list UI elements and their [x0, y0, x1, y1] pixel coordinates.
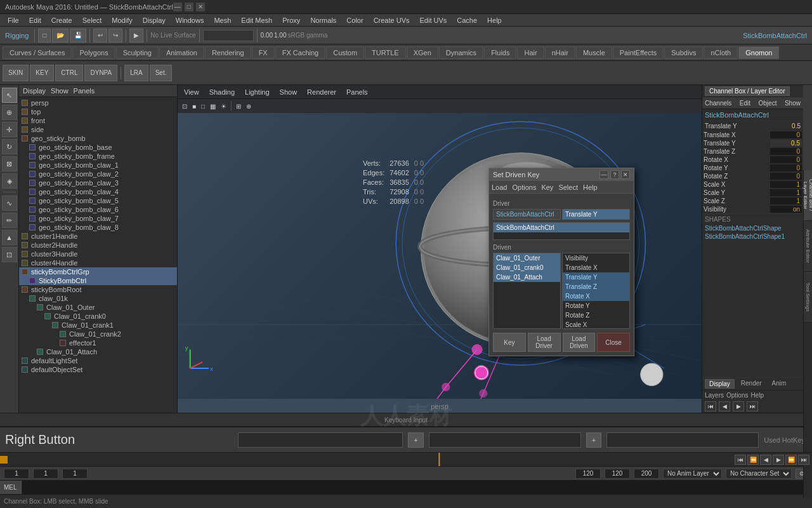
outliner-item[interactable]: Claw_01_Outer — [19, 303, 177, 312]
vp-menu-renderer[interactable]: Renderer — [304, 88, 339, 96]
cb-anim-tab[interactable]: Anim — [768, 379, 790, 389]
tab-fx-caching[interactable]: FX Caching — [275, 46, 325, 59]
cb-display-tab[interactable]: Display — [705, 379, 735, 389]
sdk-attr-translate-y[interactable]: Translate Y — [563, 272, 629, 282]
cb-row[interactable]: Scale Y1 — [702, 189, 803, 197]
sdk-driven-obj-0[interactable]: Claw_01_Outer — [494, 253, 560, 263]
sdk-load-driver-btn[interactable]: Load Driver — [528, 333, 561, 352]
outliner-item[interactable]: geo_sticky_bomb_claw_2 — [19, 170, 177, 178]
sdk-minimize-btn[interactable]: — — [599, 170, 608, 179]
sdk-menu-select[interactable]: Select — [558, 184, 578, 191]
sdk-attr-visibility[interactable]: Visibility — [563, 253, 629, 263]
cb-row[interactable]: Rotate X0 — [702, 156, 803, 164]
cb-menu-channels[interactable]: Channels — [705, 100, 731, 107]
cb-row-value[interactable]: 0 — [770, 164, 802, 171]
tab-turtle[interactable]: TURTLE — [365, 46, 406, 59]
outliner-display[interactable]: Display — [23, 87, 46, 95]
shelf-dynpa[interactable]: DYNPA — [84, 65, 117, 81]
sdk-help-btn[interactable]: ? — [610, 170, 619, 179]
menu-mesh[interactable]: Mesh — [209, 15, 236, 25]
paint-tool-btn[interactable]: ✏ — [2, 213, 17, 228]
sdk-attr-rotate-z[interactable]: Rotate Z — [563, 311, 629, 320]
far-tab-channel-box[interactable]: Channel Box / Layer Editor — [804, 170, 812, 221]
cb-row-value[interactable]: 0 — [770, 156, 802, 163]
vp-camera-btn[interactable]: ⊡ — [180, 102, 189, 110]
vp-grid-btn[interactable]: ⊞ — [234, 102, 243, 110]
outliner-item[interactable]: defaultObjectSet — [19, 365, 177, 374]
outliner-item[interactable]: top — [19, 107, 177, 116]
ch-tab-channel-box[interactable]: Channel Box / Layer Editor — [705, 86, 790, 96]
last-used-tool-btn[interactable]: ◈ — [2, 173, 17, 189]
sdk-driven-objects-list[interactable]: Claw_01_Outer Claw_01_crank0 Claw_01_Att… — [493, 253, 561, 329]
menu-display[interactable]: Display — [138, 15, 171, 25]
tab-fx[interactable]: FX — [252, 46, 275, 59]
outliner-item[interactable]: front — [19, 116, 177, 125]
outliner-item[interactable]: stickyBombCtrlGrp — [19, 267, 177, 276]
shelf-ctrl[interactable]: CTRL — [55, 65, 83, 81]
vp-menu-panels[interactable]: Panels — [344, 88, 370, 96]
shelf-key[interactable]: KEY — [30, 65, 54, 81]
cb-row[interactable]: Rotate Z0 — [702, 172, 803, 180]
sdk-attr-rotate-y[interactable]: Rotate Y — [563, 301, 629, 311]
vp-menu-shading[interactable]: Shading — [207, 88, 237, 96]
outliner-item[interactable]: geo_sticky_bomb_claw_1 — [19, 161, 177, 170]
outliner-item[interactable]: persp — [19, 98, 177, 107]
frame-current-1[interactable] — [33, 469, 58, 479]
sdk-attr-scale-x[interactable]: Scale X — [563, 320, 629, 329]
pb-prev-key-btn[interactable]: ⏪ — [747, 455, 759, 465]
cb-row-value[interactable]: 0 — [770, 131, 802, 138]
far-tab-tool-settings[interactable]: Tool Settings — [804, 272, 812, 323]
shelf-lra[interactable]: LRA — [124, 65, 148, 81]
select-tool-btn[interactable]: ↖ — [2, 88, 17, 103]
cb-pb-btn-3[interactable]: ▶ — [733, 401, 744, 411]
cb-menu-object[interactable]: Object — [759, 100, 777, 107]
cb-pb-btn-2[interactable]: ◀ — [719, 401, 730, 411]
outliner-item[interactable]: effector1 — [19, 338, 177, 347]
pb-first-btn[interactable]: ⏮ — [735, 455, 746, 465]
tab-custom[interactable]: Custom — [326, 46, 364, 59]
timeline-ruler[interactable] — [0, 453, 732, 466]
cb-shape-0[interactable]: StickBombAttachCtrlShape — [705, 224, 801, 232]
tab-subdivs[interactable]: Subdivs — [664, 46, 703, 59]
cb-row[interactable]: Translate Z0 — [702, 147, 803, 156]
cb-menu-show[interactable]: Show — [785, 100, 801, 107]
outliner-item[interactable]: geo_sticky_bomb_claw_7 — [19, 214, 177, 223]
outliner-item[interactable]: geo_sticky_bomb_base — [19, 143, 177, 152]
sdk-close-bottom-btn[interactable]: Close — [597, 333, 630, 352]
cb-row-value[interactable]: 0 — [770, 173, 802, 180]
cb-pb-btn-1[interactable]: ⏮ — [705, 401, 716, 411]
tab-fluids[interactable]: Fluids — [484, 46, 516, 59]
hotkey-input-3[interactable] — [606, 432, 759, 448]
tab-rendering[interactable]: Rendering — [205, 46, 251, 59]
tab-dynamics[interactable]: Dynamics — [439, 46, 483, 59]
outliner-item[interactable]: cluster3Handle — [19, 250, 177, 258]
menu-color[interactable]: Color — [341, 15, 368, 25]
menu-edit-mesh[interactable]: Edit Mesh — [236, 15, 277, 25]
tab-sculpting[interactable]: Sculpting — [116, 46, 159, 59]
menu-create[interactable]: Create — [46, 15, 77, 25]
cb-row-value[interactable]: 1 — [770, 189, 802, 196]
lasso-tool-btn[interactable]: ⊕ — [2, 105, 17, 120]
menu-help[interactable]: Help — [482, 15, 507, 25]
menu-create-uvs[interactable]: Create UVs — [369, 15, 415, 25]
outliner-item[interactable]: geo_sticky_bomb_claw_5 — [19, 196, 177, 205]
tab-curves-surfaces[interactable]: Curves / Surfaces — [3, 46, 72, 59]
cb-row[interactable]: Scale X1 — [702, 180, 803, 189]
outliner-item[interactable]: side — [19, 125, 177, 134]
hotkey-input-1[interactable] — [238, 432, 403, 448]
sdk-titlebar[interactable]: Set Driven Key — ? ✕ — [489, 168, 634, 181]
tab-animation[interactable]: Animation — [159, 46, 204, 59]
char-set-select[interactable]: No Character Set — [726, 469, 792, 479]
tab-nhair[interactable]: nHair — [545, 46, 575, 59]
outliner-item[interactable]: Claw_01_crank1 — [19, 321, 177, 330]
open-btn[interactable]: 📂 — [52, 29, 69, 43]
add-hotkey-btn-2[interactable]: + — [586, 432, 601, 448]
anim-layer-select[interactable]: No Anim Layer — [663, 469, 722, 479]
outliner-panels[interactable]: Panels — [74, 87, 95, 95]
menu-file[interactable]: File — [3, 15, 24, 25]
outliner-item[interactable]: claw_01k — [19, 294, 177, 303]
outliner-item[interactable]: cluster4Handle — [19, 258, 177, 267]
frame-end-2[interactable] — [605, 469, 630, 479]
measure-tool-btn[interactable]: ⊡ — [2, 247, 17, 262]
tab-polygons[interactable]: Polygons — [72, 46, 115, 59]
